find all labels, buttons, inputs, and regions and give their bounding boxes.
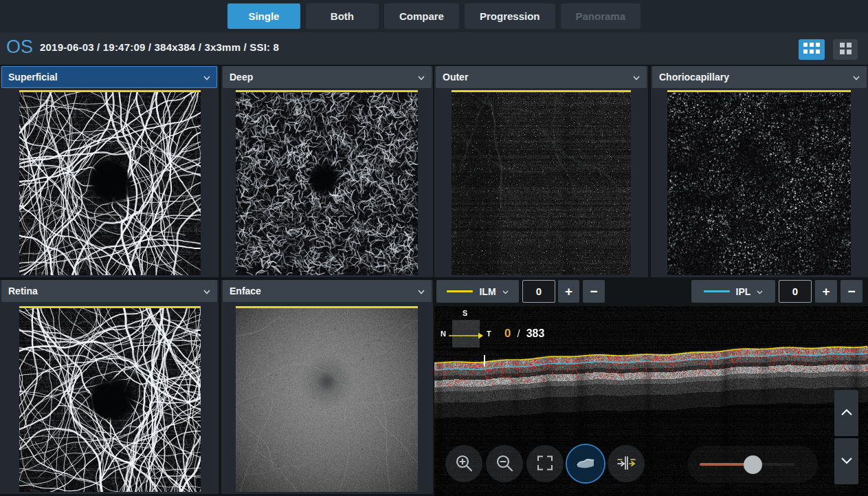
enface-layer-dropdown[interactable]: Enface: [223, 280, 432, 302]
panel-retina: Retina: [0, 280, 219, 494]
enface-structural-image[interactable]: [236, 308, 418, 492]
panel-deep: Deep: [221, 66, 433, 277]
tab-compare[interactable]: Compare: [384, 3, 459, 29]
retina-angiogram-image[interactable]: [19, 308, 201, 492]
choriocapillary-angiogram-image[interactable]: [667, 92, 851, 275]
flatten-alignment-button[interactable]: [608, 445, 645, 482]
flatten-icon: [616, 453, 636, 475]
layout-grid-3x2-button[interactable]: [799, 39, 825, 60]
frame-previous-button[interactable]: [834, 390, 858, 436]
ipl-offset-decrease-button[interactable]: −: [841, 280, 863, 303]
outer-angiogram-image[interactable]: [452, 92, 631, 275]
deep-label: Deep: [230, 72, 418, 83]
oct-angiography-viewer: Single Both Compare Progression Panorama…: [0, 0, 868, 496]
frame-counter-separator: /: [517, 327, 520, 339]
bscan-overlay-icon: [575, 453, 596, 475]
zoom-out-icon: [494, 453, 515, 475]
outer-label: Outer: [443, 72, 633, 83]
chevron-down-icon: [203, 285, 210, 297]
tab-single[interactable]: Single: [227, 3, 300, 29]
scan-direction-arrow-icon: [448, 332, 484, 341]
chevron-down-icon: [841, 456, 853, 466]
compass-temporal-label: T: [487, 330, 491, 338]
layout-grid-2x2-button[interactable]: [833, 39, 858, 60]
ipl-boundary-dropdown[interactable]: IPL: [691, 280, 775, 303]
retina-layer-dropdown[interactable]: Retina: [1, 280, 217, 302]
enface-label: Enface: [230, 285, 418, 296]
slider-thumb[interactable]: [744, 455, 762, 474]
ipl-offset-increase-button[interactable]: +: [815, 280, 837, 303]
ipl-color-line: [704, 290, 730, 292]
bscan-viewer-panel: S N T 0 / 383: [434, 306, 868, 496]
superficial-layer-dropdown[interactable]: Superficial: [1, 66, 217, 88]
eye-laterality-label: OS: [6, 36, 33, 58]
panel-superficial: Superficial: [0, 66, 219, 277]
zoom-in-icon: [454, 453, 474, 475]
zoom-in-button[interactable]: [445, 445, 482, 482]
compass-superior-label: S: [463, 309, 467, 317]
frame-next-button[interactable]: [834, 438, 858, 484]
scan-info-bar: OS 2019-06-03 / 19:47:09 / 384x384 / 3x3…: [0, 32, 868, 65]
grid-2x2-icon: [840, 43, 852, 56]
ilm-offset-increase-button[interactable]: +: [558, 280, 579, 303]
brightness-slider[interactable]: [687, 446, 818, 483]
ilm-offset-decrease-button[interactable]: −: [583, 280, 605, 303]
chevron-down-icon: [633, 71, 640, 83]
bscan-frame-counter: 0 / 383: [504, 327, 544, 341]
bscan-overlay-toggle-button[interactable]: [567, 445, 604, 482]
chevron-down-icon: [757, 286, 763, 296]
fit-screen-icon: [535, 453, 555, 475]
choriocapillary-label: Choriocapillary: [659, 72, 853, 83]
ipl-offset-input[interactable]: [779, 280, 812, 303]
grid-3x2-icon: [803, 43, 820, 56]
chevron-up-icon: [841, 408, 853, 418]
chevron-down-icon: [502, 286, 509, 296]
deep-layer-dropdown[interactable]: Deep: [223, 66, 432, 88]
total-frame-number: 383: [526, 327, 545, 340]
compass-nasal-label: N: [441, 330, 446, 338]
superficial-label: Superficial: [8, 72, 203, 83]
superficial-angiogram-image[interactable]: [19, 92, 201, 275]
choriocapillary-layer-dropdown[interactable]: Choriocapillary: [652, 66, 867, 88]
panel-choriocapillary: Choriocapillary: [651, 66, 868, 277]
panel-enface: Enface: [221, 280, 433, 494]
chevron-down-icon: [418, 71, 425, 83]
ipl-label: IPL: [736, 286, 751, 297]
tab-both[interactable]: Both: [306, 3, 379, 29]
tab-progression[interactable]: Progression: [465, 3, 555, 29]
outer-layer-dropdown[interactable]: Outer: [436, 66, 647, 88]
view-mode-tab-bar: Single Both Compare Progression Panorama: [0, 0, 868, 32]
chevron-down-icon: [853, 71, 860, 83]
tab-panorama: Panorama: [561, 3, 641, 29]
zoom-out-button[interactable]: [486, 445, 523, 482]
current-frame-number: 0: [504, 327, 511, 341]
scan-info-text: 2019-06-03 / 19:47:09 / 384x384 / 3x3mm …: [40, 41, 279, 53]
panel-outer: Outer: [434, 66, 648, 277]
bscan-toolbar: [445, 445, 645, 482]
retina-label: Retina: [8, 285, 203, 296]
ilm-boundary-dropdown[interactable]: ILM: [436, 280, 519, 303]
ilm-label: ILM: [479, 286, 496, 297]
fit-to-screen-button[interactable]: [526, 445, 564, 482]
ilm-color-line: [447, 290, 473, 292]
chevron-down-icon: [203, 71, 210, 83]
ilm-offset-input[interactable]: [522, 280, 555, 303]
chevron-down-icon: [418, 285, 425, 297]
deep-angiogram-image[interactable]: [236, 92, 418, 275]
